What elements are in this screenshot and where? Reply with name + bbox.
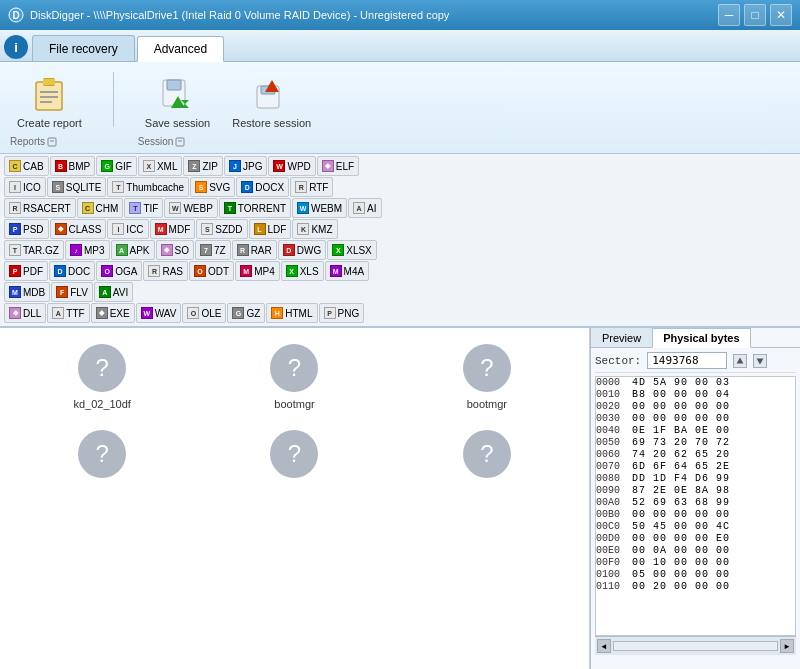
file-icon-0: ? bbox=[78, 344, 126, 392]
ft-7z[interactable]: 7 7Z bbox=[195, 240, 231, 260]
scroll-right-arrow[interactable]: ► bbox=[780, 639, 794, 653]
ft-so[interactable]: ◆ SO bbox=[156, 240, 194, 260]
ft-wav[interactable]: W WAV bbox=[136, 303, 182, 323]
ft-avi[interactable]: A AVI bbox=[94, 282, 133, 302]
scroll-left-arrow[interactable]: ◄ bbox=[597, 639, 611, 653]
minimize-button[interactable]: ─ bbox=[718, 4, 740, 26]
scroll-up-icon[interactable] bbox=[733, 354, 747, 368]
ft-ttf[interactable]: A TTF bbox=[47, 303, 89, 323]
ft-mp4[interactable]: M MP4 bbox=[235, 261, 280, 281]
ft-ras[interactable]: R RAS bbox=[143, 261, 188, 281]
ft-thumbcache[interactable]: T Thumbcache bbox=[107, 177, 189, 197]
ft-zip[interactable]: Z ZIP bbox=[183, 156, 223, 176]
ft-dll[interactable]: ◆ DLL bbox=[4, 303, 46, 323]
ft-flv[interactable]: F FLV bbox=[51, 282, 93, 302]
hex-addr: 00F0 bbox=[596, 557, 628, 568]
tab-file-recovery[interactable]: File recovery bbox=[32, 35, 135, 61]
hex-row: 00B000 00 00 00 00 bbox=[596, 509, 795, 520]
preview-tab-physical[interactable]: Physical bytes bbox=[652, 328, 750, 348]
file-item-1[interactable]: ? bootmgr bbox=[200, 336, 388, 418]
hex-addr: 00A0 bbox=[596, 497, 628, 508]
hex-row: 005069 73 20 70 72 bbox=[596, 437, 795, 448]
sector-input[interactable] bbox=[647, 352, 727, 369]
hex-bytes: 00 00 00 00 00 bbox=[632, 413, 730, 424]
hex-bytes: 00 00 00 00 00 bbox=[632, 401, 730, 412]
ft-elf[interactable]: ◆ ELF bbox=[317, 156, 359, 176]
ft-ole[interactable]: O OLE bbox=[182, 303, 226, 323]
file-item-5[interactable]: ? bbox=[393, 422, 581, 492]
file-item-4[interactable]: ? bbox=[200, 422, 388, 492]
ft-psd[interactable]: P PSD bbox=[4, 219, 49, 239]
scroll-down-icon[interactable] bbox=[753, 354, 767, 368]
ft-xml[interactable]: X XML bbox=[138, 156, 183, 176]
hex-addr: 0110 bbox=[596, 581, 628, 592]
ft-rar[interactable]: R RAR bbox=[232, 240, 277, 260]
ft-odt[interactable]: O ODT bbox=[189, 261, 234, 281]
ft-wpd[interactable]: W WPD bbox=[268, 156, 315, 176]
ft-mdb[interactable]: M MDB bbox=[4, 282, 50, 302]
ft-szdd[interactable]: S SZDD bbox=[196, 219, 247, 239]
ft-oga[interactable]: O OGA bbox=[96, 261, 142, 281]
session-icon bbox=[175, 137, 185, 147]
file-types-row-7: M MDB F FLV A AVI bbox=[4, 282, 796, 302]
hex-scroll-area[interactable]: 00004D 5A 90 00 030010B8 00 00 00 040020… bbox=[595, 376, 796, 636]
ft-targz[interactable]: T TAR.GZ bbox=[4, 240, 64, 260]
file-types-area: C CAB B BMP G GIF X XML Z ZIP J JPG W WP… bbox=[0, 154, 800, 328]
ft-gz[interactable]: G GZ bbox=[227, 303, 265, 323]
hex-bytes: 50 45 00 00 4C bbox=[632, 521, 730, 532]
file-item-2[interactable]: ? bootmgr bbox=[393, 336, 581, 418]
ft-docx[interactable]: D DOCX bbox=[236, 177, 289, 197]
ft-xls[interactable]: X XLS bbox=[281, 261, 324, 281]
reports-icon bbox=[47, 137, 57, 147]
ft-apk[interactable]: A APK bbox=[111, 240, 155, 260]
ft-icc[interactable]: I ICC bbox=[107, 219, 148, 239]
ft-class[interactable]: ◆ CLASS bbox=[50, 219, 107, 239]
info-button[interactable]: i bbox=[4, 35, 28, 59]
ft-ldf[interactable]: L LDF bbox=[249, 219, 292, 239]
ft-webm[interactable]: W WEBM bbox=[292, 198, 347, 218]
title-bar: D DiskDigger - \\\\PhysicalDrive1 (Intel… bbox=[0, 0, 800, 30]
ft-rtf[interactable]: R RTF bbox=[290, 177, 333, 197]
file-item-3[interactable]: ? bbox=[8, 422, 196, 492]
ft-sqlite[interactable]: S SQLITE bbox=[47, 177, 107, 197]
ft-png[interactable]: P PNG bbox=[319, 303, 365, 323]
preview-tab-preview[interactable]: Preview bbox=[591, 328, 652, 347]
ft-ico[interactable]: I ICO bbox=[4, 177, 46, 197]
create-report-label: Create report bbox=[17, 117, 82, 129]
create-report-button[interactable]: Create report bbox=[10, 68, 89, 134]
ft-bmp[interactable]: B BMP bbox=[50, 156, 96, 176]
file-item-0[interactable]: ? kd_02_10df bbox=[8, 336, 196, 418]
ft-mdf[interactable]: M MDF bbox=[150, 219, 196, 239]
ft-html[interactable]: H HTML bbox=[266, 303, 317, 323]
ft-pdf[interactable]: P PDF bbox=[4, 261, 48, 281]
scroll-track[interactable] bbox=[613, 641, 778, 651]
ft-svg[interactable]: S SVG bbox=[190, 177, 235, 197]
ft-m4a[interactable]: M M4A bbox=[325, 261, 370, 281]
ft-mp3[interactable]: ♪ MP3 bbox=[65, 240, 110, 260]
hex-addr: 0090 bbox=[596, 485, 628, 496]
restore-session-button[interactable]: Restore session bbox=[225, 68, 318, 134]
ft-kmz[interactable]: K KMZ bbox=[292, 219, 337, 239]
ft-gif[interactable]: G GIF bbox=[96, 156, 137, 176]
app-icon: D bbox=[8, 7, 24, 23]
ft-ai[interactable]: A AI bbox=[348, 198, 381, 218]
hex-area: Sector: 00004D 5A 90 00 030010B8 00 00 0… bbox=[591, 348, 800, 669]
ft-cab[interactable]: C CAB bbox=[4, 156, 49, 176]
ft-xlsx[interactable]: X XLSX bbox=[327, 240, 377, 260]
ft-exe[interactable]: ◆ EXE bbox=[91, 303, 135, 323]
ft-chm[interactable]: C CHM bbox=[77, 198, 124, 218]
ft-torrent[interactable]: T TORRENT bbox=[219, 198, 291, 218]
file-types-row-8: ◆ DLL A TTF ◆ EXE W WAV O OLE G GZ H HTM… bbox=[4, 303, 796, 323]
ft-rsacert[interactable]: R RSACERT bbox=[4, 198, 76, 218]
ft-tif[interactable]: T TIF bbox=[124, 198, 163, 218]
ft-doc[interactable]: D DOC bbox=[49, 261, 95, 281]
ft-webp[interactable]: W WEBP bbox=[164, 198, 217, 218]
maximize-button[interactable]: □ bbox=[744, 4, 766, 26]
ft-dwg[interactable]: D DWG bbox=[278, 240, 326, 260]
ft-jpg[interactable]: J JPG bbox=[224, 156, 267, 176]
close-button[interactable]: ✕ bbox=[770, 4, 792, 26]
save-session-button[interactable]: Save session bbox=[138, 68, 217, 134]
hex-row: 009087 2E 0E 8A 98 bbox=[596, 485, 795, 496]
hex-bytes: 00 10 00 00 00 bbox=[632, 557, 730, 568]
tab-advanced[interactable]: Advanced bbox=[137, 36, 224, 62]
